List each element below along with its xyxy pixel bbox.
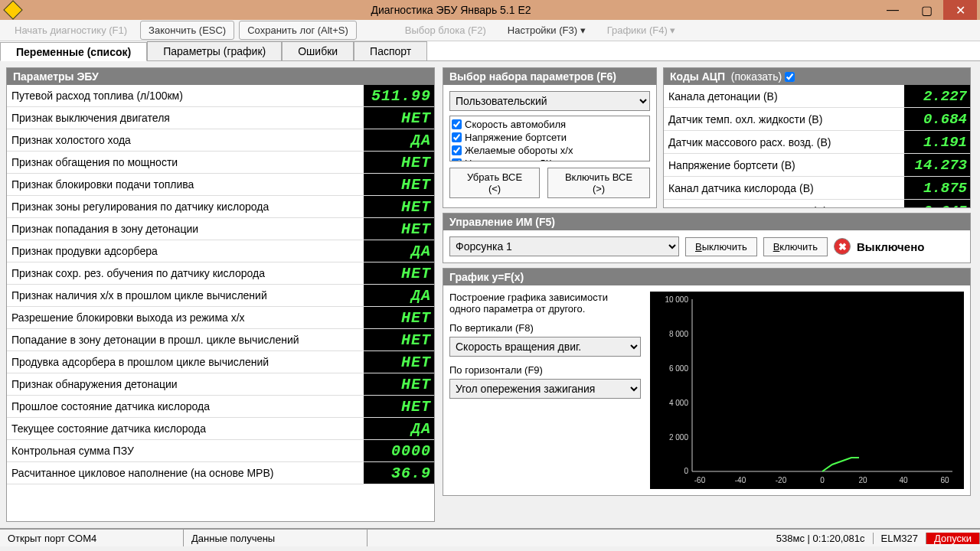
param-value: ДА xyxy=(364,129,434,151)
param-row[interactable]: Признак обгащения по мощностиНЕТ xyxy=(7,152,434,174)
param-row[interactable]: Текущее состояние датчика кислородаДА xyxy=(7,418,434,440)
param-value: НЕТ xyxy=(364,307,434,328)
param-row[interactable]: Признак сохр. рез. обучения по датчику к… xyxy=(7,262,434,285)
adc-value: 14.273 xyxy=(904,154,970,176)
param-value: НЕТ xyxy=(364,107,434,129)
horizontal-axis-select[interactable]: Угол опережения зажигания xyxy=(449,379,641,399)
tab-errors[interactable]: Ошибки xyxy=(282,41,354,60)
vertical-axis-select[interactable]: Скорость вращения двиг. xyxy=(449,337,641,357)
param-row[interactable]: Контрольная сумма ПЗУ0000 xyxy=(7,440,434,462)
param-value: НЕТ xyxy=(364,262,434,284)
param-row[interactable]: Признак холостого ходаДА xyxy=(7,129,434,152)
param-row[interactable]: Продувка адсорбера в прошлом цикле вычис… xyxy=(7,351,434,373)
svg-text:40: 40 xyxy=(899,476,908,484)
parameter-set-header: Выбор набора параметров (F6) xyxy=(443,68,656,85)
svg-text:20: 20 xyxy=(858,476,867,484)
im-select[interactable]: Форсунка 1 xyxy=(449,236,679,256)
adc-codes-list[interactable]: Канала детонации (В)2.227Датчик темп. ох… xyxy=(664,85,970,207)
param-row[interactable]: Признак зоны регулирования по датчику ки… xyxy=(7,196,434,218)
param-label: Попадание в зону детонации в прошл. цикл… xyxy=(7,334,364,346)
graph-panel: График y=F(x) Построение графика зависим… xyxy=(443,268,971,496)
param-label: Расчитанное цикловое наполнение (на осно… xyxy=(7,467,364,479)
checklist-checkbox[interactable] xyxy=(452,158,462,161)
im-on-button[interactable]: Включить xyxy=(763,237,828,256)
stop-icon[interactable]: ✖ xyxy=(834,238,851,255)
param-row[interactable]: Попадание в зону детонации в прошл. цикл… xyxy=(7,329,434,351)
checklist-checkbox[interactable] xyxy=(452,119,462,129)
svg-text:8 000: 8 000 xyxy=(669,330,688,338)
checklist-item[interactable]: Желаемые обороты х/х xyxy=(452,144,648,157)
adc-row[interactable]: Канал датчика кислорода (В)1.875 xyxy=(664,177,970,200)
adc-row[interactable]: Канала детонации (В)2.227 xyxy=(664,85,970,108)
settings-menu[interactable]: Настройки (F3) ▾ xyxy=(499,21,594,40)
vertical-axis-label: По вертикали (F8) xyxy=(449,322,641,334)
parameter-checklist[interactable]: Скорость автомобиля Напряжение бортсети … xyxy=(449,116,650,161)
param-value: НЕТ xyxy=(364,218,434,240)
ecu-parameters-list[interactable]: Путевой расход топлива (л/100км)511.99Пр… xyxy=(7,85,434,521)
svg-text:6 000: 6 000 xyxy=(669,364,688,373)
save-log-button[interactable]: Сохранить лог (Alt+S) xyxy=(239,21,357,40)
param-label: Признак холостого хода xyxy=(7,134,364,146)
maximize-button[interactable]: ▢ xyxy=(910,0,943,20)
param-value: ДА xyxy=(364,418,434,439)
adc-show-checkbox[interactable] xyxy=(785,72,795,82)
checklist-item[interactable]: Напряжение бортсети xyxy=(452,131,648,144)
checklist-item[interactable]: Скорость автомобиля xyxy=(452,118,648,131)
status-adapter: ELM327 xyxy=(874,533,926,544)
im-control-panel: Управление ИМ (F5) Форсунка 1 Выключить … xyxy=(443,213,971,263)
minimize-button[interactable]: — xyxy=(876,0,910,20)
param-row[interactable]: Признак попадания в зону детонацииНЕТ xyxy=(7,218,434,240)
status-timing: 538мс | 0:1:20,081с xyxy=(769,533,874,544)
tab-variables[interactable]: Переменные (список) xyxy=(0,42,147,61)
param-value: НЕТ xyxy=(364,329,434,350)
parameter-set-select[interactable]: Пользовательский xyxy=(449,91,650,111)
titlebar: Диагностика ЭБУ Январь 5.1 E2 — ▢ ✕ xyxy=(0,0,980,20)
param-row[interactable]: Прошлое состояние датчика кислородаНЕТ xyxy=(7,396,434,418)
graph-description: Построение графика зависимости одного па… xyxy=(449,292,641,315)
adc-value: 0.684 xyxy=(904,108,970,130)
param-row[interactable]: Признак продувки адсорбераДА xyxy=(7,240,434,262)
adc-row[interactable]: Датчик положения дросселя (В)0.645 xyxy=(664,200,970,207)
tab-parameters[interactable]: Параметры (график) xyxy=(147,41,282,60)
param-row[interactable]: Признак выключения двигателяНЕТ xyxy=(7,107,434,129)
param-value: 511.99 xyxy=(364,85,434,106)
parameter-set-panel: Выбор набора параметров (F6) Пользовател… xyxy=(443,67,657,208)
remove-all-button[interactable]: Убрать ВСЕ (<) xyxy=(449,168,540,198)
window-title: Диагностика ЭБУ Январь 5.1 E2 xyxy=(26,4,876,16)
adc-value: 1.191 xyxy=(904,131,970,153)
tab-passport[interactable]: Паспорт xyxy=(354,41,427,60)
close-button[interactable]: ✕ xyxy=(943,0,977,20)
param-value: НЕТ xyxy=(364,351,434,373)
start-diagnostics-button: Начать диагностику (F1) xyxy=(6,21,136,40)
checklist-checkbox[interactable] xyxy=(452,145,462,155)
svg-text:0: 0 xyxy=(684,467,688,475)
adc-row[interactable]: Датчик массового расх. возд. (В)1.191 xyxy=(664,131,970,154)
param-value: 36.9 xyxy=(364,462,434,484)
adc-label: Датчик темп. охл. жидкости (В) xyxy=(664,113,904,126)
adc-value: 1.875 xyxy=(904,177,970,199)
ecu-parameters-panel: Параметры ЭБУ Путевой расход топлива (л/… xyxy=(6,67,435,522)
param-row[interactable]: Признак наличия х/х в прошлом цикле вычи… xyxy=(7,285,434,307)
param-row[interactable]: Признак блокировки подачи топливаНЕТ xyxy=(7,174,434,196)
checklist-checkbox[interactable] xyxy=(452,132,462,142)
param-label: Путевой расход топлива (л/100км) xyxy=(7,90,364,102)
param-label: Прошлое состояние датчика кислорода xyxy=(7,400,364,412)
adc-label: Датчик положения дросселя (В) xyxy=(664,205,904,208)
horizontal-axis-label: По горизонтали (F9) xyxy=(449,364,641,376)
include-all-button[interactable]: Включить ВСЕ (>) xyxy=(547,168,650,198)
checklist-item[interactable]: Напряжение на ДК xyxy=(452,157,648,161)
chart-area: 10 000 8 000 6 000 4 000 2 000 0 -60 -40… xyxy=(650,292,964,489)
svg-text:-60: -60 xyxy=(694,476,706,484)
status-data: Данные получены xyxy=(184,530,368,546)
status-bar: Открыт порт COM4 Данные получены 538мс |… xyxy=(0,528,980,546)
status-tolerances[interactable]: Допуски xyxy=(926,533,980,544)
param-row[interactable]: Путевой расход топлива (л/100км)511.99 xyxy=(7,85,434,107)
param-row[interactable]: Расчитанное цикловое наполнение (на осно… xyxy=(7,462,434,484)
adc-row[interactable]: Датчик темп. охл. жидкости (В)0.684 xyxy=(664,108,970,131)
adc-row[interactable]: Напряжение бортсети (В)14.273 xyxy=(664,154,970,177)
param-row[interactable]: Признак обнаружения детонацииНЕТ xyxy=(7,373,434,396)
finish-button[interactable]: Закончить (ESC) xyxy=(140,21,234,40)
adc-label: Канала детонации (В) xyxy=(664,90,904,103)
im-off-button[interactable]: Выключить xyxy=(685,237,757,256)
param-row[interactable]: Разрешение блокировки выхода из режима х… xyxy=(7,307,434,329)
